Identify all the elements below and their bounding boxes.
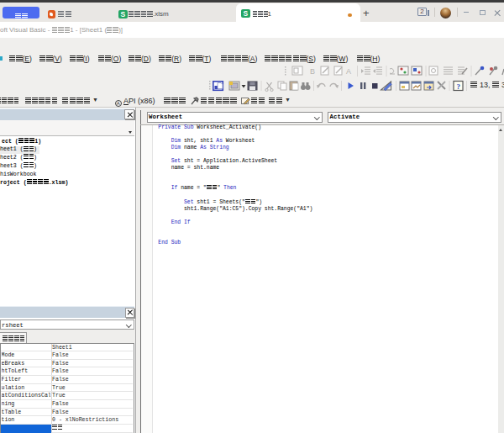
svg-text:A: A bbox=[346, 67, 351, 76]
svg-text:?: ? bbox=[457, 82, 461, 91]
svg-text:B: B bbox=[310, 67, 315, 76]
